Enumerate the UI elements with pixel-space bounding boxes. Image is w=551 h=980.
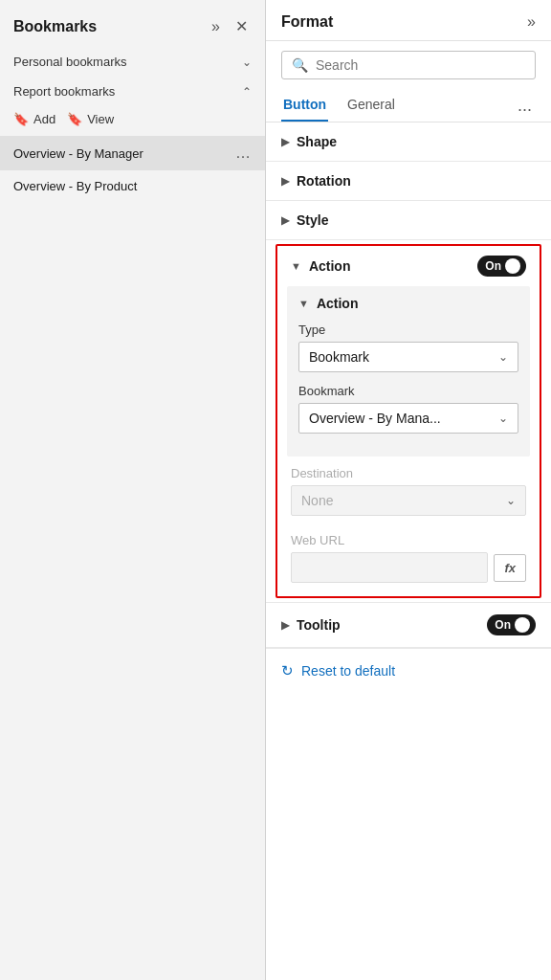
rotation-label: Rotation (297, 173, 351, 189)
bookmark-item-by-manager-label: Overview - By Manager (13, 146, 143, 161)
action-section-header[interactable]: ▼ Action On (277, 246, 540, 286)
bookmark-item-by-product[interactable]: Overview - By Product (0, 170, 265, 202)
add-bookmark-label: Add (33, 112, 55, 126)
panel-header-icons: » ✕ (208, 15, 252, 37)
bookmark-item-by-manager[interactable]: Overview - By Manager … (0, 136, 265, 170)
bookmark-field-value: Overview - By Mana... (309, 411, 441, 426)
destination-field-label: Destination (291, 466, 526, 480)
shape-header-left: ▶ Shape (281, 134, 337, 149)
search-input[interactable] (316, 57, 525, 73)
web-url-field-label: Web URL (291, 533, 526, 547)
type-field-chevron: ⌄ (498, 350, 508, 364)
web-url-field-group: Web URL fx (277, 533, 540, 596)
style-header-left: ▶ Style (281, 212, 328, 228)
fx-button-label: fx (504, 561, 516, 575)
tooltip-toggle-label: On (495, 618, 511, 632)
style-section: ▶ Style (266, 201, 551, 240)
destination-field-chevron: ⌄ (506, 494, 516, 507)
style-section-header[interactable]: ▶ Style (266, 201, 551, 239)
tooltip-toggle-knob (515, 617, 530, 633)
destination-field-group: Destination None ⌄ (277, 466, 540, 533)
bookmark-field-label: Bookmark (298, 384, 518, 398)
right-panel-title: Format (281, 13, 333, 31)
right-panel-expand-icon[interactable]: » (527, 13, 536, 31)
reset-icon: ↻ (281, 662, 294, 679)
tab-more-icon: ... (518, 96, 532, 115)
bookmark-field-chevron: ⌄ (498, 412, 508, 425)
type-field-select[interactable]: Bookmark ⌄ (298, 342, 518, 372)
style-label: Style (297, 212, 328, 228)
add-view-row: 🔖 Add 🔖 View (0, 106, 265, 136)
rotation-section-header[interactable]: ▶ Rotation (266, 162, 551, 200)
tooltip-toggle[interactable]: On (487, 614, 536, 635)
inner-action-chevron-icon: ▼ (298, 298, 309, 309)
search-icon: 🔍 (292, 57, 308, 73)
close-panel-button[interactable]: ✕ (231, 15, 252, 37)
reset-label: Reset to default (301, 663, 395, 679)
tooltip-header-left: ▶ Tooltip (281, 617, 341, 633)
action-toggle[interactable]: On (477, 256, 526, 277)
shape-chevron-icon: ▶ (281, 136, 289, 148)
tooltip-section: ▶ Tooltip On (266, 603, 551, 648)
right-panel-header: Format » (266, 0, 551, 41)
fx-button[interactable]: fx (494, 554, 526, 582)
tab-general-label: General (347, 97, 395, 112)
style-chevron-icon: ▶ (281, 214, 289, 227)
tab-more-button[interactable]: ... (514, 92, 536, 120)
rotation-chevron-icon: ▶ (281, 175, 289, 188)
action-toggle-label: On (485, 259, 501, 273)
expand-panel-button[interactable]: » (208, 15, 224, 37)
tabs-row: Button General ... (266, 89, 551, 122)
report-bookmarks-label: Report bookmarks (13, 84, 115, 99)
reset-row[interactable]: ↻ Reset to default (266, 649, 551, 693)
action-label: Action (309, 258, 351, 274)
view-bookmark-label: View (87, 112, 114, 126)
rotation-header-left: ▶ Rotation (281, 173, 351, 189)
tooltip-chevron-icon: ▶ (281, 619, 289, 632)
left-panel: Bookmarks » ✕ Personal bookmarks ⌄ Repor… (0, 0, 266, 980)
personal-bookmarks-label: Personal bookmarks (13, 55, 127, 69)
report-bookmarks-section[interactable]: Report bookmarks ⌃ (0, 77, 265, 106)
action-header-left: ▼ Action (291, 258, 350, 274)
tooltip-section-header[interactable]: ▶ Tooltip On (266, 603, 551, 647)
type-field-label: Type (298, 323, 518, 337)
personal-bookmarks-chevron: ⌄ (242, 56, 252, 69)
shape-label: Shape (297, 134, 337, 149)
rotation-section: ▶ Rotation (266, 162, 551, 201)
view-bookmark-button[interactable]: 🔖 View (67, 112, 114, 126)
tab-general[interactable]: General (345, 89, 397, 122)
right-panel: Format » 🔍 Button General ... ▶ Shape ▶ (266, 0, 551, 980)
destination-field-select: None ⌄ (291, 485, 526, 516)
search-box[interactable]: 🔍 (281, 51, 536, 79)
tab-button[interactable]: Button (281, 89, 328, 122)
shape-section-header[interactable]: ▶ Shape (266, 122, 551, 161)
personal-bookmarks-section[interactable]: Personal bookmarks ⌄ (0, 47, 265, 77)
left-panel-header: Bookmarks » ✕ (0, 0, 265, 47)
web-url-input (291, 552, 488, 583)
destination-field-value: None (301, 493, 333, 508)
action-section-outer: ▼ Action On ▼ Action Type Bookmark ⌄ (266, 240, 551, 603)
inner-action-box: ▼ Action Type Bookmark ⌄ Bookmark Overvi… (287, 286, 530, 457)
action-section-bordered: ▼ Action On ▼ Action Type Bookmark ⌄ (276, 244, 541, 598)
tab-button-label: Button (283, 97, 326, 112)
bookmark-item-by-manager-menu[interactable]: … (235, 145, 252, 162)
shape-section: ▶ Shape (266, 122, 551, 162)
web-url-input-row: fx (291, 552, 526, 583)
type-field-value: Bookmark (309, 349, 369, 365)
add-bookmark-icon: 🔖 (13, 112, 29, 126)
action-chevron-icon: ▼ (291, 260, 301, 272)
inner-action-header: ▼ Action (298, 296, 518, 311)
report-bookmarks-chevron: ⌃ (242, 85, 252, 99)
bookmark-field-select[interactable]: Overview - By Mana... ⌄ (298, 403, 518, 434)
tooltip-label: Tooltip (297, 617, 341, 633)
view-bookmark-icon: 🔖 (67, 112, 82, 126)
action-toggle-knob (505, 258, 520, 274)
inner-action-label: Action (317, 296, 359, 311)
left-panel-title: Bookmarks (13, 18, 97, 35)
add-bookmark-button[interactable]: 🔖 Add (13, 112, 55, 126)
bookmark-item-by-product-label: Overview - By Product (13, 179, 137, 193)
